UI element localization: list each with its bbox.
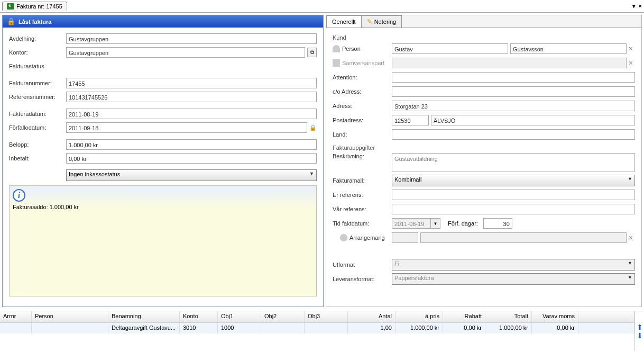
col-spacer <box>578 311 634 322</box>
col-obj2[interactable]: Obj2 <box>261 311 305 322</box>
move-up-icon[interactable]: ⬆ <box>635 323 644 331</box>
tab-title: Faktura nr: 17455 <box>16 3 62 10</box>
col-arrnr[interactable]: Arrnr <box>0 311 32 322</box>
invoice-panel: 🔒 Låst faktura Avdelning: Gustavgruppen … <box>2 15 324 307</box>
document-tab[interactable]: Faktura nr: 17455 <box>2 2 67 11</box>
note-icon: ✎ <box>367 18 372 25</box>
close-window-icon[interactable]: × <box>639 3 642 10</box>
details-panel: Generellt ✎ Notering Kund Person Gustav … <box>326 15 642 307</box>
col-totalt[interactable]: Totalt <box>485 311 532 322</box>
clear-person-icon[interactable]: × <box>627 44 635 53</box>
clear-samverkanspart-icon[interactable]: × <box>627 59 635 67</box>
tid-faktdatum-input: 2011-08-19 <box>392 218 431 229</box>
adress-input[interactable]: Storgatan 23 <box>392 101 635 111</box>
col-obj1[interactable]: Obj1 <box>218 311 261 322</box>
panel-header: 🔒 Låst faktura <box>3 15 323 28</box>
label-adress: Adress: <box>333 103 392 109</box>
arrangemang-code-input <box>392 232 418 243</box>
row-move-arrows: ⬆ ⬇ <box>634 311 644 351</box>
beskrivning-input[interactable]: Gustavutbildning <box>392 153 635 172</box>
arrangement-icon <box>340 234 347 241</box>
label-fakturanummer: Fakturanummer: <box>9 80 66 86</box>
label-arrangemang: Arrangemang <box>349 235 385 241</box>
belopp-input[interactable]: 1.000,00 kr <box>66 139 317 150</box>
attention-input[interactable] <box>392 72 635 83</box>
label-var-referens: Vår referens: <box>333 206 392 212</box>
label-inbetalt: Inbetalt: <box>9 155 66 161</box>
section-kund: Kund <box>333 34 635 41</box>
er-referens-input[interactable] <box>392 190 635 200</box>
lock-icon: 🔒 <box>7 17 15 25</box>
label-tid-faktdatum: Tid faktdatum: <box>333 220 392 227</box>
samverkanspart-input <box>392 58 627 68</box>
forfallodatum-input[interactable]: 2011-09-18 <box>66 122 307 133</box>
label-land: Land: <box>333 131 392 138</box>
col-antal[interactable]: Antal <box>348 311 395 322</box>
label-er-referens: Er referens: <box>333 192 392 198</box>
label-referensnummer: Referensnummer: <box>9 94 66 100</box>
saldo-text: Fakturasaldo: 1.000,00 kr <box>13 204 313 210</box>
referensnummer-input[interactable]: 101431745526 <box>66 92 317 102</box>
postnr-input[interactable]: 12530 <box>392 115 429 125</box>
label-postadress: Postadress: <box>333 117 392 123</box>
copy-icon[interactable]: ⧉ <box>307 48 317 57</box>
person-first-input[interactable]: Gustav <box>392 43 508 54</box>
invoice-icon <box>7 3 14 10</box>
utformat-select[interactable]: Fil <box>392 259 635 271</box>
label-belopp: Belopp: <box>9 141 66 148</box>
land-input[interactable] <box>392 129 635 140</box>
fakturanummer-input[interactable]: 17455 <box>66 78 317 88</box>
tab-bar: Generellt ✎ Notering <box>326 15 641 28</box>
menu-dropdown-icon[interactable]: ▾ <box>632 3 636 10</box>
fakturamall-select[interactable]: Kombimall <box>392 175 635 186</box>
label-attention: Attention: <box>333 74 392 80</box>
person-last-input[interactable]: Gustavsson <box>510 43 627 54</box>
fakturadatum-input[interactable]: 2011-08-19 <box>66 109 317 119</box>
col-benamning[interactable]: Benämning <box>108 311 180 322</box>
col-apris[interactable]: á pris <box>395 311 443 322</box>
label-fakturamall: Fakturamall: <box>333 177 392 184</box>
line-items-grid: Arrnr Person Benämning Konto Obj1 Obj2 O… <box>0 311 644 351</box>
info-box: i Fakturasaldo: 1.000,00 kr <box>9 185 317 296</box>
col-rabatt[interactable]: Rabatt <box>443 311 485 322</box>
table-row[interactable]: Deltagaravgift Gustavu... 3010 1000 1,00… <box>0 323 634 334</box>
section-fakturauppgifter: Fakturauppgifter <box>333 145 635 151</box>
grid-header: Arrnr Person Benämning Konto Obj1 Obj2 O… <box>0 311 634 323</box>
col-moms[interactable]: Varav moms <box>532 311 578 322</box>
panel-title: Låst faktura <box>19 19 51 25</box>
tab-generellt[interactable]: Generellt <box>326 15 362 28</box>
var-referens-input[interactable] <box>392 204 635 214</box>
forf-dagar-input[interactable]: 30 <box>483 218 512 229</box>
tab-notering[interactable]: ✎ Notering <box>361 15 402 28</box>
lock-small-icon: 🔒 <box>309 124 317 131</box>
col-person[interactable]: Person <box>32 311 108 322</box>
clear-arrangemang-icon[interactable]: × <box>627 233 635 242</box>
kontor-input[interactable]: Gustavgruppen <box>66 47 305 58</box>
label-samverkanspart: Samverkanspart <box>342 60 384 66</box>
label-fakturadatum: Fakturadatum: <box>9 111 66 117</box>
label-beskrivning: Beskrivning: <box>333 153 392 159</box>
label-utformat: Utformat <box>333 262 392 268</box>
person-icon <box>333 45 340 52</box>
avdelning-input[interactable]: Gustavgruppen <box>66 33 317 44</box>
move-down-icon[interactable]: ⬇ <box>635 331 644 340</box>
inkasso-select[interactable]: Ingen inkassostatus <box>66 169 317 181</box>
label-fakturastatus: Fakturastatus <box>9 63 66 69</box>
date-dropdown-icon[interactable]: ▼ <box>431 218 440 229</box>
window-controls: ▾ × <box>632 3 642 10</box>
inbetalt-input[interactable]: 0,00 kr <box>66 153 317 164</box>
label-leveransformat: Leveransformat: <box>333 276 392 282</box>
co-input[interactable] <box>392 86 635 97</box>
label-co: c/o Adress: <box>333 88 392 95</box>
col-obj3[interactable]: Obj3 <box>305 311 348 322</box>
label-person: Person <box>342 46 361 52</box>
window-tab-bar: Faktura nr: 17455 ▾ × <box>0 0 644 13</box>
leveransformat-select[interactable]: Pappersfaktura <box>392 273 635 285</box>
arrangemang-name-input <box>420 232 627 243</box>
org-icon <box>333 59 340 67</box>
info-icon: i <box>13 189 25 202</box>
label-forf-dagar: Förf. dagar: <box>448 220 478 227</box>
label-forfallodatum: Förfallodatum: <box>9 124 66 131</box>
col-konto[interactable]: Konto <box>180 311 218 322</box>
postort-input[interactable]: ÄLVSJÖ <box>431 115 635 125</box>
